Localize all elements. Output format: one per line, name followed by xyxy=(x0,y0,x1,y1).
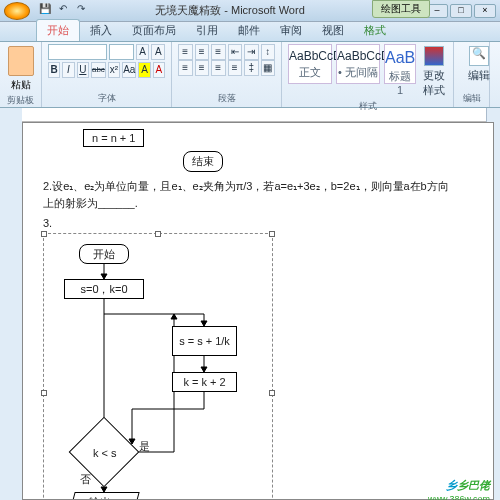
question-3-label: 3. xyxy=(43,217,473,229)
undo-icon[interactable]: ↶ xyxy=(56,3,70,17)
window-title: 无境天魔精致 - Microsoft Word xyxy=(36,3,424,18)
tab-refs[interactable]: 引用 xyxy=(186,20,228,41)
flow-calc[interactable]: s = s + 1/k xyxy=(172,326,237,356)
document-area[interactable]: n = n + 1 结束 2.设e₁、e₂为单位向量，且e₁、e₂夹角为π/3，… xyxy=(22,122,494,500)
style-normal[interactable]: AaBbCcD正文 xyxy=(288,44,332,84)
find-button[interactable]: 🔍编辑 xyxy=(460,44,498,83)
style-nospacing[interactable]: AaBbCcD• 无间隔 xyxy=(336,44,380,84)
align-left-icon[interactable]: ≡ xyxy=(178,60,193,76)
tab-home[interactable]: 开始 xyxy=(36,19,80,41)
sort-icon[interactable]: ↕ xyxy=(261,44,276,60)
redo-icon[interactable]: ↷ xyxy=(74,3,88,17)
flow-inc[interactable]: k = k + 2 xyxy=(172,372,237,392)
resize-handle[interactable] xyxy=(41,231,47,237)
svg-marker-15 xyxy=(171,314,177,319)
tab-review[interactable]: 审阅 xyxy=(270,20,312,41)
shading-icon[interactable]: ▦ xyxy=(261,60,276,76)
tab-mail[interactable]: 邮件 xyxy=(228,20,270,41)
watermark-url: www.386w.com xyxy=(428,494,490,500)
indent-inc-icon[interactable]: ⇥ xyxy=(244,44,259,60)
align-center-icon[interactable]: ≡ xyxy=(195,60,210,76)
underline-button[interactable]: U xyxy=(77,62,89,78)
tab-layout[interactable]: 页面布局 xyxy=(122,20,186,41)
resize-handle[interactable] xyxy=(41,390,47,396)
italic-button[interactable]: I xyxy=(62,62,74,78)
indent-dec-icon[interactable]: ⇤ xyxy=(228,44,243,60)
group-styles: 样式 xyxy=(288,100,447,113)
find-icon: 🔍 xyxy=(469,46,489,66)
flow-no-label: 否 xyxy=(80,472,91,487)
justify-icon[interactable]: ≡ xyxy=(228,60,243,76)
highlight-button[interactable]: A xyxy=(138,62,150,78)
tab-view[interactable]: 视图 xyxy=(312,20,354,41)
align-right-icon[interactable]: ≡ xyxy=(211,60,226,76)
group-clipboard: 剪贴板 xyxy=(6,94,35,107)
strike-button[interactable]: abc xyxy=(91,62,106,78)
group-editing: 编辑 xyxy=(460,92,483,105)
font-name-select[interactable] xyxy=(48,44,107,60)
flow-box-prev: n = n + 1 xyxy=(83,129,144,147)
tab-insert[interactable]: 插入 xyxy=(80,20,122,41)
group-para: 段落 xyxy=(178,92,275,105)
spacing-icon[interactable]: ‡ xyxy=(244,60,259,76)
question-2-text: 2.设e₁、e₂为单位向量，且e₁、e₂夹角为π/3，若a=e₁+3e₂，b=2… xyxy=(43,178,473,211)
paste-icon[interactable] xyxy=(8,46,34,76)
shrink-font-icon[interactable]: A xyxy=(151,44,165,60)
flow-init[interactable]: s=0，k=0 xyxy=(64,279,144,299)
resize-handle[interactable] xyxy=(269,390,275,396)
paste-button[interactable]: 粘贴 xyxy=(6,78,35,92)
superscript-button[interactable]: x² xyxy=(108,62,120,78)
bullets-icon[interactable]: ≡ xyxy=(178,44,193,60)
tab-format[interactable]: 格式 xyxy=(354,20,396,41)
change-styles-icon xyxy=(424,46,444,66)
maximize-button[interactable]: □ xyxy=(450,4,472,18)
drawing-canvas[interactable]: 开始 s=0，k=0 s = s + 1/k k = k + 2 k < s 是… xyxy=(43,233,273,500)
save-icon[interactable]: 💾 xyxy=(38,3,52,17)
case-button[interactable]: Aa xyxy=(122,62,136,78)
watermark-logo: 乡乡巴佬 xyxy=(446,473,490,494)
font-size-select[interactable] xyxy=(109,44,134,60)
change-styles-button[interactable]: 更改样式 xyxy=(420,44,447,98)
flow-start[interactable]: 开始 xyxy=(79,244,129,264)
font-color-button[interactable]: A xyxy=(153,62,165,78)
close-button[interactable]: × xyxy=(474,4,496,18)
numbering-icon[interactable]: ≡ xyxy=(195,44,210,60)
flow-end-prev: 结束 xyxy=(183,151,223,172)
grow-font-icon[interactable]: A xyxy=(136,44,150,60)
group-font: 字体 xyxy=(48,92,165,105)
flow-yes-label: 是 xyxy=(139,439,150,454)
left-margin xyxy=(0,108,22,500)
context-tab-label: 绘图工具 xyxy=(372,0,430,18)
office-button[interactable] xyxy=(4,2,30,20)
flow-output[interactable]: 输出 s xyxy=(69,492,139,500)
bold-button[interactable]: B xyxy=(48,62,60,78)
resize-handle[interactable] xyxy=(269,231,275,237)
resize-handle[interactable] xyxy=(155,231,161,237)
multilevel-icon[interactable]: ≡ xyxy=(211,44,226,60)
style-heading1[interactable]: AaB标题 1 xyxy=(384,44,416,84)
